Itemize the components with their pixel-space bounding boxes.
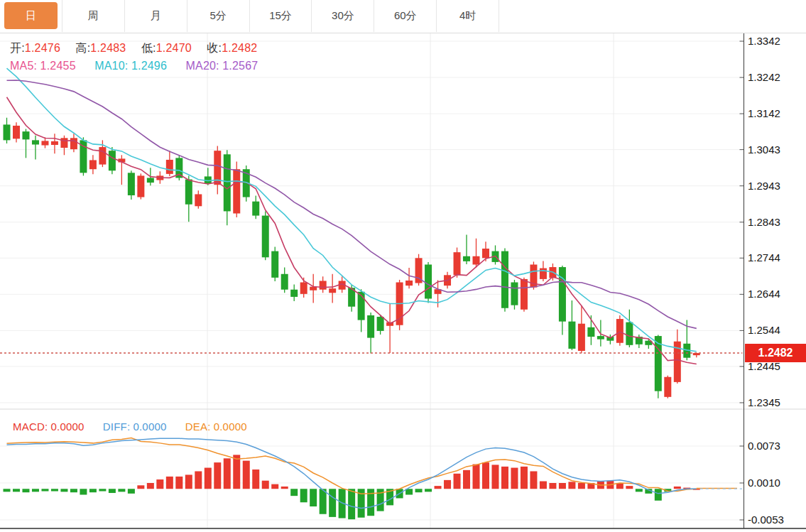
dea-value-legend: DEA: 0.0000: [185, 420, 247, 433]
tab-60min[interactable]: 60分: [374, 0, 437, 32]
price-tick-label: 1.3242: [748, 71, 780, 83]
ma-legend: MA5: 1.2455 MA10: 1.2496 MA20: 1.2567: [10, 60, 273, 72]
price-tick-label: 1.2544: [748, 324, 780, 336]
low-value: 1.2470: [156, 42, 192, 54]
price-tick-label: 1.2644: [748, 288, 780, 300]
macd-tick-label: 0.0010: [748, 477, 780, 489]
tab-4hour[interactable]: 4时: [437, 0, 499, 32]
macd-value-legend: MACD: 0.0000: [13, 420, 85, 433]
price-tick-label: 1.2744: [748, 251, 780, 264]
diff-value-legend: DIFF: 0.0000: [103, 420, 167, 433]
tab-week[interactable]: 周: [62, 0, 125, 32]
macd-layer: [4, 438, 743, 519]
tab-day[interactable]: 日: [0, 0, 62, 32]
tab-15min[interactable]: 15分: [250, 0, 312, 32]
tabbar-filler: [499, 0, 806, 32]
ohlc-legend: 开:1.2476 高:1.2483 低:1.2470 收:1.2482: [10, 41, 269, 56]
close-value: 1.2482: [222, 42, 257, 54]
macd-tick-label: -0.0053: [748, 514, 784, 526]
high-label: 高:: [75, 42, 90, 54]
macd-legend: MACD: 0.0000 DIFF: 0.0000 DEA: 0.0000: [13, 420, 263, 433]
ma5-line: [7, 97, 697, 364]
tab-month[interactable]: 月: [125, 0, 187, 32]
price-tick-label: 1.2843: [748, 216, 780, 228]
ma10-legend: MA10: 1.2496: [94, 60, 167, 72]
last-price-badge: 1.2482: [745, 344, 806, 362]
tab-30min[interactable]: 30分: [312, 0, 374, 32]
chart-canvas[interactable]: [0, 0, 806, 532]
trading-chart-app: 日 周 月 5分 15分 30分 60分 4时 开:1.2476 高:1.248…: [0, 0, 806, 532]
low-label: 低:: [141, 42, 156, 54]
ma5-legend: MA5: 1.2455: [10, 60, 76, 72]
ma-lines-layer: [7, 68, 697, 364]
tab-5min[interactable]: 5分: [187, 0, 250, 32]
price-tick-label: 1.2345: [748, 396, 780, 408]
close-label: 收:: [207, 42, 222, 54]
high-value: 1.2483: [90, 42, 126, 54]
macd-tick-label: 0.0073: [748, 440, 780, 452]
price-tick-label: 1.2943: [748, 180, 780, 192]
price-tick-label: 1.3043: [748, 143, 780, 156]
gridlines: [0, 33, 744, 528]
open-label: 开:: [10, 42, 25, 54]
period-tabbar: 日 周 月 5分 15分 30分 60分 4时: [0, 0, 806, 33]
open-value: 1.2476: [25, 42, 60, 54]
ma20-legend: MA20: 1.2567: [186, 60, 258, 72]
price-tick-label: 1.3342: [748, 35, 780, 47]
price-tick-label: 1.3142: [748, 107, 780, 119]
